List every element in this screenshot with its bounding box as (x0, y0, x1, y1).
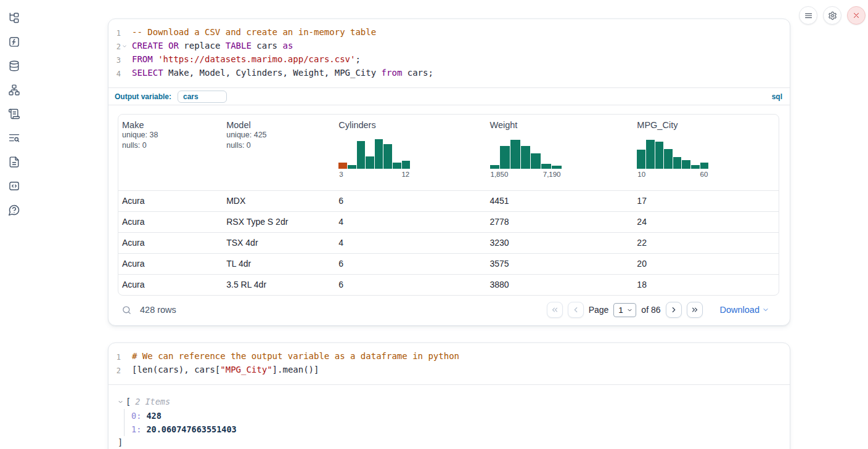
histogram-bar (655, 142, 664, 169)
row-count: 428 rows (140, 305, 176, 315)
column-label: Make (122, 120, 219, 130)
table-row: AcuraTSX 4dr4323022 (118, 232, 779, 253)
table-row: AcuraMDX6445117 (118, 190, 779, 211)
table-cell: 3230 (486, 233, 634, 253)
next-page-button[interactable] (666, 302, 682, 318)
sidebar-item-documentation[interactable] (6, 154, 22, 170)
histogram-axis: 1060 (637, 171, 708, 178)
tree-entries: 0: 4281: 20.060747663551403 (124, 409, 779, 436)
chevrons-left-icon (551, 305, 559, 314)
close-bracket: ] (118, 436, 779, 448)
sidebar-item-dependency-graph[interactable] (6, 82, 22, 98)
previous-page-button[interactable] (568, 302, 584, 318)
sidebar-item-logs[interactable] (6, 130, 22, 146)
table-cell: 22 (633, 233, 779, 253)
code-text: CREATE OR replace TABLE cars as (132, 39, 293, 53)
notebook: 1-- Download a CSV and create an in-memo… (108, 18, 790, 449)
search-icon[interactable] (121, 305, 132, 315)
histogram-bar (393, 163, 401, 169)
histogram-bar (357, 141, 366, 169)
table-cell: 24 (633, 212, 779, 232)
sidebar-item-scratchpad[interactable] (6, 106, 22, 122)
code-line: 1# We can reference the output variable … (108, 350, 781, 363)
python-editor[interactable]: 1# We can reference the output variable … (108, 343, 790, 384)
histogram-bar (541, 164, 551, 169)
open-bracket: [ (126, 397, 131, 407)
table-cell: RSX Type S 2dr (223, 212, 335, 232)
column-header-mpg_city[interactable]: MPG_City1060 (633, 115, 779, 190)
table-cell: 3575 (486, 254, 634, 274)
sidebar-item-data-sources[interactable] (6, 58, 22, 74)
tree-entry-key: 0: (131, 411, 141, 421)
sidebar-item-variables[interactable] (6, 34, 22, 50)
sidebar-item-file-explorer[interactable] (6, 10, 22, 26)
table-cell: 4451 (486, 191, 634, 211)
sql-editor[interactable]: 1-- Download a CSV and create an in-memo… (108, 19, 790, 87)
result-tree: [ 2 Items 0: 4281: 20.060747663551403 ] (108, 384, 790, 449)
histogram-bar (646, 140, 655, 169)
tree-entry: 0: 428 (131, 409, 779, 423)
code-text: [len(cars), cars["MPG_City"].mean()] (132, 363, 319, 377)
code-line: 2[len(cars), cars["MPG_City"].mean()] (108, 363, 781, 377)
scratchpad-icon (8, 108, 20, 120)
histogram-bar (637, 150, 645, 169)
menu-button[interactable] (799, 6, 817, 25)
histogram-bar (348, 165, 356, 169)
line-number: 3 (108, 53, 121, 67)
table-cell: 18 (633, 275, 779, 295)
sidebar-item-snippets[interactable] (6, 178, 22, 194)
page-select[interactable]: 1 (613, 303, 636, 317)
column-header-make[interactable]: Makeunique: 38nulls: 0 (118, 115, 223, 190)
histogram-bar (366, 156, 374, 169)
histogram-bar (664, 149, 673, 169)
collapse-caret-icon[interactable] (117, 398, 126, 405)
last-page-button[interactable] (687, 302, 703, 318)
line-number: 4 (108, 67, 121, 80)
first-page-button[interactable] (547, 302, 563, 318)
code-text: # We can reference the output variable a… (132, 350, 459, 363)
chevron-right-icon (669, 305, 678, 314)
column-histogram: 1,8507,190 (490, 138, 562, 178)
histogram-bar (531, 153, 541, 169)
column-header-weight[interactable]: Weight1,8507,190 (486, 115, 634, 190)
line-number: 1 (108, 26, 121, 39)
fold-caret-icon[interactable] (121, 39, 128, 53)
code-text: FROM 'https://datasets.marimo.app/cars.c… (132, 53, 361, 67)
fold-gutter (121, 53, 128, 67)
documentation-icon (8, 156, 20, 168)
data-table: Makeunique: 38nulls: 0Modelunique: 425nu… (118, 114, 779, 296)
file-explorer-icon (8, 12, 20, 24)
table-cell: 6 (335, 275, 486, 295)
fold-gutter (121, 350, 128, 363)
histogram-bar (521, 146, 531, 169)
table-cell: TSX 4dr (223, 233, 335, 253)
column-stat: nulls: 0 (122, 140, 219, 151)
chevron-left-icon (571, 305, 580, 314)
shutdown-button[interactable] (847, 6, 866, 25)
settings-button[interactable] (823, 6, 841, 25)
sidebar-item-help[interactable] (6, 202, 22, 218)
download-button[interactable]: Download (720, 305, 770, 315)
sidebar-panel (0, 0, 27, 449)
histogram-bar (338, 163, 347, 169)
column-stat: nulls: 0 (226, 140, 331, 151)
output-variable-input[interactable] (178, 91, 227, 103)
table-row: AcuraRSX Type S 2dr4277824 (118, 211, 779, 232)
fold-gutter (121, 67, 128, 80)
code-line: 2CREATE OR replace TABLE cars as (108, 39, 781, 53)
table-body: AcuraMDX6445117AcuraRSX Type S 2dr427782… (118, 190, 779, 295)
column-header-cylinders[interactable]: Cylinders312 (335, 115, 486, 190)
column-header-model[interactable]: Modelunique: 425nulls: 0 (223, 115, 335, 190)
histogram-bar (500, 146, 510, 169)
table-cell: 3880 (486, 275, 634, 295)
output-variable-label: Output variable: (115, 92, 171, 101)
table-cell: 20 (633, 254, 779, 274)
code-line: 4SELECT Make, Model, Cylinders, Weight, … (108, 67, 781, 80)
column-label: Cylinders (338, 120, 482, 130)
column-label: MPG_City (637, 120, 775, 130)
histogram-bar (552, 166, 562, 169)
sql-output: Makeunique: 38nulls: 0Modelunique: 425nu… (108, 105, 790, 325)
column-label: Model (226, 120, 331, 130)
table-cell: Acura (118, 275, 223, 295)
page-label: Page (589, 305, 609, 315)
